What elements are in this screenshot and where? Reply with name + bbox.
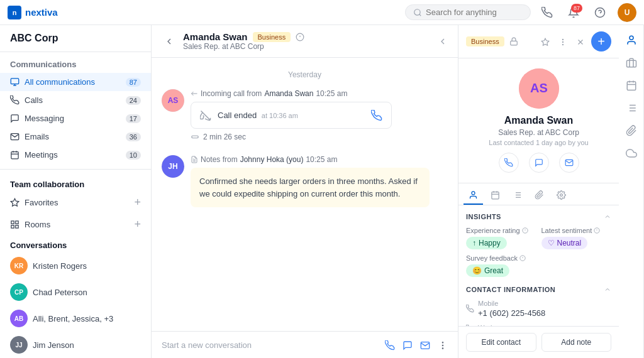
company-name: ABC Corp: [0, 25, 151, 52]
incoming-call-content: Incoming call from Incoming call from Am…: [191, 89, 448, 145]
rail-building-icon[interactable]: [621, 53, 641, 73]
svg-text:AS: AS: [530, 81, 548, 95]
sidebar-item-meetings-count: 10: [126, 151, 141, 160]
latest-sentiment-label: Latest sentiment: [541, 227, 612, 234]
chat-input-icon[interactable]: [402, 339, 413, 350]
kristen-name: Kristen Rogers: [33, 261, 141, 271]
conversation-header: Amanda Swan Business Sales Rep. at ABC C…: [152, 25, 458, 58]
collapse-sidebar-button[interactable]: [438, 36, 448, 46]
tab-person[interactable]: [464, 186, 483, 205]
contact-badge: Business: [253, 32, 291, 42]
svg-line-3: [419, 14, 421, 16]
sidebar-conv-alli[interactable]: AB Alli, Brent, Jessica, +3: [0, 305, 151, 332]
note-icon: [191, 156, 198, 163]
rooms-label: Rooms: [25, 220, 129, 229]
help-button[interactable]: [591, 4, 609, 21]
tab-calendar[interactable]: [486, 186, 505, 205]
email-input-icon[interactable]: [420, 339, 430, 350]
contact-chat-button[interactable]: [529, 153, 549, 173]
close-panel-button[interactable]: [574, 34, 587, 49]
collapse-insights-icon[interactable]: [604, 213, 611, 220]
top-nav: n nextiva 87 U: [0, 0, 644, 25]
app-logo[interactable]: n nextiva: [8, 6, 58, 19]
add-note-button[interactable]: Add note: [541, 333, 612, 352]
tab-list[interactable]: [508, 186, 527, 205]
experience-rating-item: Experience rating ↑ Happy: [466, 227, 536, 249]
amanda-avatar-msg: AS: [162, 89, 184, 112]
contact-info-section: CONTACT INFORMATION Mobile +1 (602) 225-…: [466, 286, 611, 326]
sidebar-item-all-communications[interactable]: All communications 87: [0, 73, 151, 91]
kristen-avatar: KR: [10, 257, 28, 274]
sidebar-item-messaging[interactable]: Messaging 17: [0, 109, 151, 127]
calls-icon: [10, 95, 19, 105]
star-icon: [10, 198, 19, 207]
svg-text:U: U: [625, 8, 630, 17]
logo-text: nextiva: [25, 7, 58, 18]
add-rooms-button[interactable]: +: [134, 218, 141, 231]
note-message: JH Notes from Johnny Hoka (you) 10:25 am…: [152, 150, 458, 212]
sidebar-conv-jim[interactable]: JJ Jim Jenson: [0, 332, 151, 358]
emails-icon: [10, 132, 19, 141]
all-comms-icon: [10, 77, 19, 87]
star-panel-button[interactable]: [538, 34, 552, 49]
survey-feedback-item: Survey feedback 😊 Great: [466, 254, 611, 277]
voicemail-icon: [191, 133, 199, 141]
info-icon[interactable]: [296, 33, 304, 41]
panel-actions: +: [538, 31, 611, 52]
add-button[interactable]: +: [591, 31, 611, 52]
svg-point-45: [562, 41, 563, 42]
back-button[interactable]: [162, 33, 177, 49]
search-input[interactable]: [426, 8, 514, 17]
collapse-contact-icon[interactable]: [604, 286, 611, 293]
note-text: Confirmed she needs larger orders in thr…: [199, 175, 421, 200]
rail-paperclip-icon[interactable]: [621, 121, 641, 141]
sidebar-item-rooms[interactable]: Rooms +: [0, 214, 151, 236]
sidebar-item-calls[interactable]: Calls 24: [0, 91, 151, 109]
sidebar-item-meetings[interactable]: Meetings 10: [0, 146, 151, 164]
edit-contact-button[interactable]: Edit contact: [466, 333, 536, 352]
sidebar-item-messaging-label: Messaging: [25, 114, 121, 123]
conversation-messages: Yesterday AS Incoming call from Incoming…: [152, 58, 458, 331]
sidebar-item-favorites[interactable]: Favorites +: [0, 192, 151, 214]
svg-rect-16: [11, 221, 14, 224]
sidebar-item-emails[interactable]: Emails 36: [0, 127, 151, 146]
search-bar[interactable]: [405, 4, 531, 20]
rail-calendar-icon[interactable]: [621, 75, 641, 95]
call-duration: 2 min 26 sec: [191, 129, 448, 145]
new-conversation-input[interactable]: Start a new conversation: [162, 340, 379, 350]
contact-avatar: AS: [519, 68, 559, 109]
call-phone-icon: [371, 109, 382, 122]
svg-text:n: n: [13, 9, 17, 16]
note-author: Johnny Hoka (you): [240, 155, 304, 164]
sidebar-conv-kristen[interactable]: KR Kristen Rogers: [0, 252, 151, 279]
sidebar-item-calls-label: Calls: [25, 95, 121, 105]
svg-text:KR: KR: [14, 263, 24, 269]
contact-email-button[interactable]: [559, 153, 579, 173]
phone-input-icon[interactable]: [385, 339, 395, 350]
svg-rect-19: [16, 225, 18, 228]
mobile-icon: [466, 305, 474, 313]
conversation-contact-subtitle: Sales Rep. at ABC Corp: [183, 42, 304, 51]
panel-business-badge: Business: [466, 36, 504, 46]
phone-nav-button[interactable]: [538, 4, 556, 21]
help-icon-sent: [594, 227, 600, 234]
contact-info-title: CONTACT INFORMATION: [466, 286, 555, 293]
more-panel-button[interactable]: [556, 34, 570, 49]
user-avatar[interactable]: U: [618, 3, 636, 22]
rail-list-icon[interactable]: [621, 98, 641, 118]
rail-cloud-icon[interactable]: [621, 143, 641, 163]
rail-person-icon[interactable]: [621, 30, 641, 50]
add-favorites-button[interactable]: +: [134, 196, 141, 209]
sidebar-conv-chad[interactable]: CP Chad Peterson: [0, 279, 151, 305]
input-action-icons: [385, 339, 448, 350]
contact-call-button[interactable]: [499, 153, 519, 173]
tab-attachment[interactable]: [530, 186, 549, 205]
communications-section-title: Communications: [0, 52, 151, 73]
notifications-button[interactable]: 87: [565, 4, 582, 21]
experience-rating-label: Experience rating: [466, 227, 536, 234]
favorites-label: Favorites: [25, 198, 129, 207]
contact-info-header: CONTACT INFORMATION: [466, 286, 611, 293]
tab-settings[interactable]: [552, 186, 571, 205]
rooms-icon: [10, 220, 19, 229]
more-input-icon[interactable]: [438, 339, 448, 350]
